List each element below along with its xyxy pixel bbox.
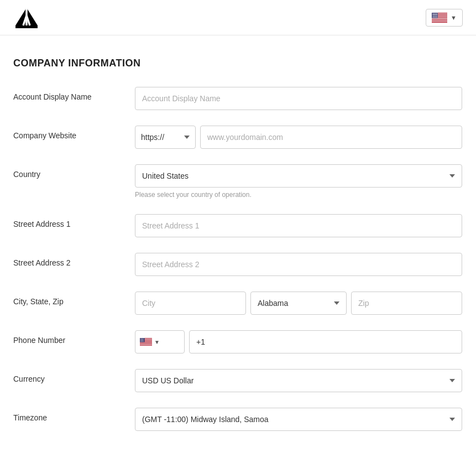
svg-point-51 <box>437 16 437 17</box>
svg-point-57 <box>437 17 438 17</box>
svg-point-90 <box>140 340 141 341</box>
svg-point-47 <box>433 16 433 17</box>
street-address-2-label: Street Address 2 <box>13 253 135 267</box>
svg-point-101 <box>142 341 143 342</box>
svg-rect-69 <box>140 345 152 345</box>
svg-point-96 <box>142 341 142 341</box>
svg-point-33 <box>435 14 436 15</box>
timezone-row: Timezone (GMT -11:00) Midway Island, Sam… <box>13 408 462 431</box>
street-address-2-row: Street Address 2 <box>13 253 462 276</box>
svg-point-92 <box>142 340 143 341</box>
svg-rect-65 <box>140 342 152 343</box>
svg-point-24 <box>437 13 438 13</box>
adidas-logo <box>13 4 40 31</box>
svg-point-21 <box>435 13 435 13</box>
svg-point-94 <box>143 340 144 341</box>
country-row: Country United States Canada United King… <box>13 164 462 199</box>
country-controls: United States Canada United Kingdom Germ… <box>135 164 462 199</box>
timezone-controls: (GMT -11:00) Midway Island, Samoa (GMT -… <box>135 408 462 431</box>
svg-rect-12 <box>432 18 447 18</box>
svg-point-73 <box>141 339 142 339</box>
svg-point-29 <box>437 13 437 14</box>
svg-rect-66 <box>140 343 152 344</box>
timezone-select[interactable]: (GMT -11:00) Midway Island, Samoa (GMT -… <box>135 408 462 431</box>
svg-point-46 <box>437 15 438 16</box>
street-address-1-input[interactable] <box>135 214 462 237</box>
svg-point-26 <box>434 13 435 14</box>
account-display-name-input[interactable] <box>135 87 462 110</box>
svg-point-80 <box>143 339 144 339</box>
svg-point-45 <box>436 15 437 16</box>
svg-point-34 <box>436 14 437 15</box>
svg-point-98 <box>143 341 144 341</box>
zip-input[interactable] <box>351 292 462 315</box>
account-display-name-label: Account Display Name <box>13 87 135 101</box>
svg-point-23 <box>436 13 437 13</box>
svg-point-85 <box>143 339 144 340</box>
svg-point-72 <box>140 339 141 339</box>
svg-point-88 <box>142 340 143 340</box>
svg-point-22 <box>435 13 436 13</box>
locale-selector[interactable]: ▼ <box>426 9 463 27</box>
state-select[interactable]: Alabama Alaska Arizona Arkansas Californ… <box>250 292 347 315</box>
svg-point-30 <box>432 14 433 15</box>
svg-rect-0 <box>15 25 38 28</box>
svg-point-78 <box>142 339 142 339</box>
svg-rect-70 <box>140 345 152 346</box>
country-hint: Please select your country of operation. <box>135 191 462 199</box>
currency-label: Currency <box>13 369 135 383</box>
protocol-select[interactable]: https:// http:// <box>135 126 196 149</box>
svg-point-48 <box>434 16 435 17</box>
svg-point-20 <box>433 13 434 13</box>
currency-select[interactable]: USD US Dollar EUR Euro GBP British Pound… <box>135 369 462 392</box>
country-label: Country <box>13 164 135 179</box>
svg-point-75 <box>143 339 143 339</box>
timezone-label: Timezone <box>13 408 135 422</box>
domain-input[interactable] <box>200 126 462 149</box>
phone-number-input[interactable] <box>189 330 462 353</box>
svg-point-19 <box>432 13 433 13</box>
svg-point-97 <box>142 341 143 341</box>
app-header: ▼ <box>0 0 476 35</box>
city-input[interactable] <box>135 292 246 315</box>
street-address-1-label: Street Address 1 <box>13 214 135 228</box>
company-website-label: Company Website <box>13 126 135 140</box>
phone-us-flag-icon <box>140 338 152 346</box>
svg-point-86 <box>141 340 142 340</box>
svg-rect-67 <box>140 344 152 344</box>
city-state-zip-row: City, State, Zip Alabama Alaska Arizona … <box>13 292 462 315</box>
svg-rect-16 <box>432 21 447 22</box>
svg-point-91 <box>141 340 142 341</box>
svg-point-84 <box>143 339 143 340</box>
svg-point-40 <box>437 15 437 15</box>
section-title: COMPANY INFORMATION <box>13 58 462 69</box>
account-display-name-row: Account Display Name <box>13 87 462 110</box>
company-website-row: Company Website https:// http:// <box>13 126 462 149</box>
svg-point-25 <box>433 13 433 14</box>
svg-point-87 <box>142 340 142 340</box>
phone-number-controls: ▼ <box>135 330 462 353</box>
phone-chevron-icon: ▼ <box>154 339 160 345</box>
svg-point-36 <box>433 15 433 15</box>
phone-country-button[interactable]: ▼ <box>135 330 185 353</box>
country-select[interactable]: United States Canada United Kingdom Germ… <box>135 164 462 188</box>
svg-point-44 <box>435 15 436 16</box>
svg-point-83 <box>142 339 143 340</box>
street-address-2-input[interactable] <box>135 253 462 276</box>
svg-point-99 <box>140 341 141 342</box>
svg-point-100 <box>141 341 142 342</box>
phone-number-row: Phone Number <box>13 330 462 353</box>
city-state-zip-controls: Alabama Alaska Arizona Arkansas Californ… <box>135 292 462 315</box>
svg-point-41 <box>432 15 433 16</box>
svg-point-77 <box>141 339 142 339</box>
currency-row: Currency USD US Dollar EUR Euro GBP Brit… <box>13 369 462 392</box>
svg-point-89 <box>143 340 144 340</box>
svg-point-27 <box>435 13 435 14</box>
street-address-1-controls <box>135 214 462 237</box>
svg-point-35 <box>437 14 438 15</box>
svg-point-42 <box>433 15 434 16</box>
svg-point-81 <box>140 339 141 340</box>
svg-point-37 <box>434 15 435 15</box>
svg-point-50 <box>436 16 436 17</box>
svg-point-95 <box>141 341 142 341</box>
